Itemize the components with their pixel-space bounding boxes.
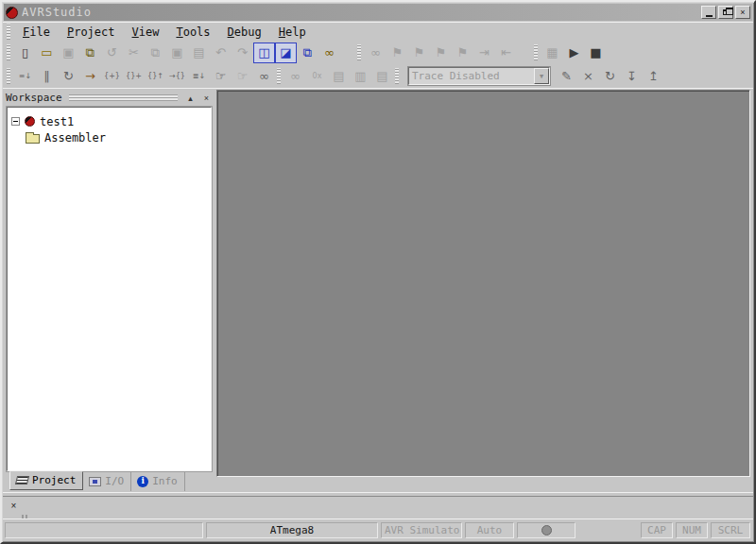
toolbar-grip[interactable] <box>7 44 10 60</box>
minimize-button[interactable] <box>701 6 716 19</box>
info-icon: i <box>137 476 148 487</box>
revert-button[interactable]: ↺ <box>101 42 123 63</box>
tab-info[interactable]: i Info <box>131 472 185 491</box>
toolbar-grip[interactable] <box>277 68 281 84</box>
workspace-header: Workspace ▴ × <box>6 91 213 105</box>
save-all-button[interactable]: ⧉ <box>79 42 101 63</box>
clear-trace-button[interactable]: × <box>577 66 599 87</box>
step-out-button[interactable]: {}↑ <box>145 66 166 87</box>
paste-button[interactable]: ▣ <box>166 42 188 63</box>
print-button[interactable]: ▤ <box>188 42 210 63</box>
scroll-top-button[interactable]: ↥ <box>643 66 664 87</box>
collapse-icon[interactable] <box>11 117 20 126</box>
stop-button[interactable]: ■ <box>585 42 607 63</box>
toggle-output-button[interactable]: ◪ <box>275 42 297 63</box>
autostep-button[interactable]: ≣↓ <box>188 66 210 87</box>
indent-button[interactable]: ⇥ <box>473 42 495 63</box>
status-bar: ATmega8 AVR Simulator Auto CAP NUM SCRL <box>3 518 753 541</box>
step-into-button[interactable]: {+} <box>101 66 123 87</box>
tab-label: I/O <box>105 475 124 487</box>
tab-project[interactable]: Project <box>9 471 83 490</box>
trace-buffer-button[interactable]: ▦ <box>541 42 563 63</box>
hex-display-button[interactable]: 0x <box>306 66 328 87</box>
disassembler-button[interactable]: ▤ <box>371 66 393 87</box>
tree-item-project[interactable]: test1 <box>11 113 207 129</box>
status-scroll: SCRL <box>711 522 750 538</box>
workspace-close-button[interactable]: × <box>200 93 213 104</box>
status-num: NUM <box>676 522 708 538</box>
undo-button[interactable]: ↶ <box>210 42 232 63</box>
app-window: AVRStudio × File Project View Tools Debu… <box>0 0 756 544</box>
mdi-client-area <box>216 90 750 477</box>
break-button[interactable]: ☞ <box>210 66 232 87</box>
restore-button[interactable] <box>718 6 733 19</box>
run-button[interactable]: ▶ <box>563 42 585 63</box>
trace-mode-combo[interactable]: Trace Disabled▼ <box>408 67 550 85</box>
halt-button[interactable]: ☞ <box>232 66 253 87</box>
next-bookmark-button[interactable]: ⚑ <box>408 42 430 63</box>
workspace-grip[interactable] <box>69 94 178 101</box>
redo-button[interactable]: ↷ <box>232 42 253 63</box>
open-file-button[interactable]: ▭ <box>36 42 58 63</box>
pause-button[interactable]: ‖ <box>36 66 58 87</box>
prev-bookmark-button[interactable]: ⚑ <box>430 42 452 63</box>
workspace-pin-button[interactable]: ▴ <box>184 93 197 104</box>
trace-style-button[interactable]: ✎ <box>556 66 577 87</box>
menu-project[interactable]: Project <box>59 24 124 41</box>
menu-debug[interactable]: Debug <box>219 24 270 41</box>
trace-restart-button[interactable]: ↻ <box>599 66 621 87</box>
papers-icon <box>15 476 29 484</box>
close-icon: × <box>740 8 745 17</box>
status-led-segment <box>517 522 576 538</box>
cascade-windows-button[interactable]: ⧉ <box>297 42 318 63</box>
toolbar-grip[interactable] <box>534 44 538 60</box>
find-in-files-button[interactable]: ∞ <box>318 42 340 63</box>
step-over-button[interactable]: {}+ <box>123 66 145 87</box>
toggle-workspace-button[interactable]: ◫ <box>253 42 275 63</box>
project-tree: test1 Assembler <box>7 107 212 471</box>
memory-window-button[interactable]: ▥ <box>350 66 371 87</box>
debug-toolbar: ≡↓‖↻→{+}{}+{}↑→{}≣↓☞☞∞∞0x▤▥▤Trace Disabl… <box>3 64 753 88</box>
copy-button[interactable]: ⧉ <box>145 42 166 63</box>
folder-icon <box>26 134 40 144</box>
tree-item-label: test1 <box>40 115 74 128</box>
menu-file[interactable]: File <box>14 24 59 41</box>
save-button[interactable]: ▣ <box>58 42 79 63</box>
new-file-button[interactable]: ▯ <box>14 42 36 63</box>
toolbar-grip[interactable] <box>7 68 10 84</box>
tab-io[interactable]: I/O <box>83 472 131 491</box>
outdent-button[interactable]: ⇤ <box>495 42 517 63</box>
menu-help[interactable]: Help <box>270 24 315 41</box>
clear-bookmarks-button[interactable]: ⚑ <box>452 42 473 63</box>
scroll-bottom-button[interactable]: ↧ <box>621 66 643 87</box>
tree-item-assembler[interactable]: Assembler <box>26 129 207 145</box>
menu-tools[interactable]: Tools <box>167 24 218 41</box>
watch-window-button[interactable]: ∞ <box>284 66 306 87</box>
quickwatch-button[interactable]: ∞ <box>253 66 275 87</box>
register-window-button[interactable]: ▤ <box>328 66 350 87</box>
app-ladybug-icon <box>6 7 18 19</box>
cut-button[interactable]: ✂ <box>123 42 145 63</box>
toolbar-grip[interactable] <box>357 44 361 60</box>
toggle-bookmark-button[interactable]: ⚑ <box>387 42 408 63</box>
find-button[interactable]: ∞ <box>365 42 387 63</box>
menu-view[interactable]: View <box>124 24 168 41</box>
tab-label: Project <box>32 474 76 486</box>
menu-grip[interactable] <box>7 24 10 40</box>
status-mode: Auto <box>465 522 514 538</box>
restore-icon <box>723 9 730 15</box>
run-to-cursor-button[interactable]: →{} <box>166 66 188 87</box>
display-next-statement-button[interactable]: ≡↓ <box>14 66 36 87</box>
reset-button[interactable]: ↻ <box>58 66 79 87</box>
project-ladybug-icon <box>25 116 35 127</box>
toolbar-grip[interactable] <box>395 68 399 84</box>
chevron-down-icon[interactable]: ▼ <box>534 68 549 84</box>
close-button[interactable]: × <box>735 6 750 19</box>
status-message <box>5 522 203 538</box>
tab-label: Info <box>152 475 178 487</box>
menu-bar: File Project View Tools Debug Help <box>3 22 753 41</box>
title-bar: AVRStudio × <box>4 4 752 21</box>
output-close-button[interactable]: × <box>8 500 20 511</box>
go-button[interactable]: → <box>79 66 101 87</box>
status-spacer <box>578 522 638 538</box>
